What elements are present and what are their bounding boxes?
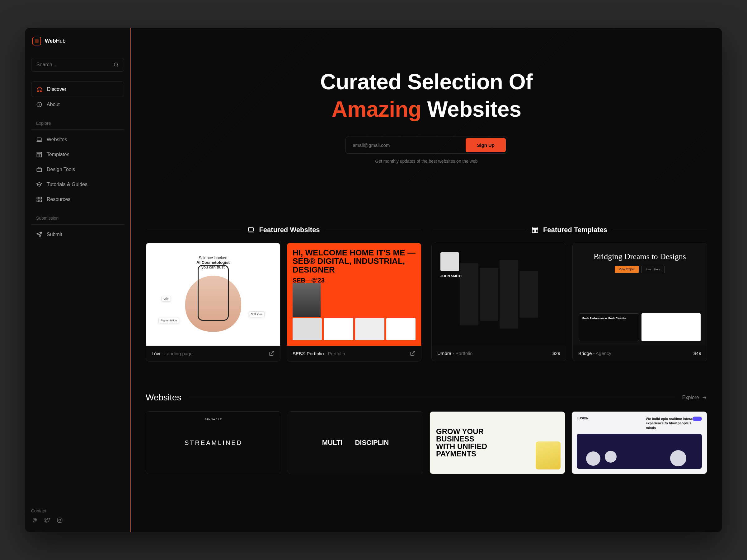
send-icon xyxy=(36,232,42,238)
external-link-icon[interactable] xyxy=(269,351,275,356)
svg-point-0 xyxy=(114,63,118,66)
logo[interactable]: WebHub xyxy=(31,37,124,46)
svg-rect-18 xyxy=(536,229,538,233)
template-icon xyxy=(36,152,42,158)
nav-design-tools[interactable]: Design Tools xyxy=(31,162,124,177)
svg-rect-3 xyxy=(37,153,42,153)
websites-grid: PINNACLE STREAMLINED MULTIDISCIPLIN GROW… xyxy=(146,411,707,474)
card-title: Lóvi xyxy=(152,351,160,356)
nav-label: Submit xyxy=(47,232,62,237)
svg-rect-2 xyxy=(37,138,41,141)
svg-point-13 xyxy=(59,519,61,522)
svg-point-14 xyxy=(61,518,61,519)
section-submission-label: Submission xyxy=(31,213,124,224)
sidebar: WebHub Discover About Explore Websites T… xyxy=(25,28,131,532)
card-seb[interactable]: HI, WELCOME HOME IT'S ME — SEB® DIGITAL,… xyxy=(287,243,421,362)
email-input[interactable] xyxy=(347,138,466,152)
card-bridge[interactable]: Bridging Dreams to Designs View ProjectL… xyxy=(572,243,707,361)
instagram-icon[interactable] xyxy=(57,517,63,523)
svg-rect-7 xyxy=(37,197,39,199)
card-title: SEB® Portfolio xyxy=(292,351,324,356)
card-thumbnail: HI, WELCOME HOME IT'S ME — SEB® DIGITAL,… xyxy=(287,243,421,346)
nav-resources[interactable]: Resources xyxy=(31,192,124,207)
svg-rect-10 xyxy=(40,200,42,202)
info-icon xyxy=(36,101,42,108)
mail-icon[interactable] xyxy=(32,517,38,523)
svg-rect-5 xyxy=(40,154,42,157)
svg-rect-17 xyxy=(532,229,535,233)
grid-card[interactable]: GROW YOUR BUSINESS WITH UNIFIED PAYMENTS xyxy=(430,411,565,474)
nav-label: Templates xyxy=(47,152,70,157)
hero-title: Curated Selection Of Amazing Websites xyxy=(146,69,707,123)
nav-label: Tutorials & Guides xyxy=(47,182,87,187)
section-title: Websites xyxy=(146,393,181,403)
section-title: Featured Websites xyxy=(259,226,320,234)
sidebar-footer: Contact xyxy=(31,506,124,523)
laptop-icon xyxy=(36,137,42,143)
card-thumbnail: MULTIDISCIPLIN xyxy=(288,411,423,474)
logo-text: WebHub xyxy=(45,38,66,44)
featured-row: Featured Websites Science-backedAI Cosme… xyxy=(146,226,707,362)
nav-templates[interactable]: Templates xyxy=(31,147,124,162)
twitter-icon[interactable] xyxy=(44,517,50,523)
svg-rect-4 xyxy=(37,154,39,157)
svg-rect-15 xyxy=(248,228,253,231)
search-field[interactable] xyxy=(36,62,113,68)
template-icon xyxy=(531,226,539,234)
grid-icon xyxy=(36,196,42,203)
svg-rect-8 xyxy=(40,197,42,199)
section-explore-label: Explore xyxy=(31,118,124,130)
contact-label: Contact xyxy=(31,506,124,517)
card-title: Umbra xyxy=(437,351,451,356)
card-sub: - Agency xyxy=(592,351,611,356)
svg-rect-16 xyxy=(532,227,538,229)
card-title: Bridge xyxy=(578,351,592,356)
card-sub: - Portfolio xyxy=(451,351,472,356)
card-sub: - Landing page xyxy=(160,351,193,356)
hero-subtitle: Get monthly updates of the best websites… xyxy=(146,159,707,164)
card-thumbnail: LUSION We build epic realtime interactiv… xyxy=(572,411,707,474)
card-thumbnail: JOHN SMITH xyxy=(432,243,566,346)
section-title: Featured Templates xyxy=(543,226,607,234)
graduation-icon xyxy=(36,181,42,188)
grid-card[interactable]: PINNACLE STREAMLINED xyxy=(146,411,281,474)
nav-about[interactable]: About xyxy=(31,97,124,112)
card-thumbnail: Science-backedAI Cosmetologistyou can tr… xyxy=(146,243,280,346)
nav-tutorials[interactable]: Tutorials & Guides xyxy=(31,177,124,192)
card-thumbnail: PINNACLE STREAMLINED xyxy=(146,411,281,474)
websites-section-header: Websites Explore xyxy=(146,393,707,403)
nav-label: Design Tools xyxy=(47,167,75,172)
nav-label: Resources xyxy=(47,196,70,202)
main-content: Curated Selection Of Amazing Websites Si… xyxy=(131,28,722,532)
card-price: $49 xyxy=(693,351,701,356)
svg-rect-9 xyxy=(37,200,39,202)
featured-templates: Featured Templates JOHN SMITH Umbra - Po… xyxy=(431,226,707,362)
signup-button[interactable]: Sign Up xyxy=(466,138,506,152)
nav-label: Websites xyxy=(47,137,67,142)
nav-discover[interactable]: Discover xyxy=(31,81,124,97)
card-umbra[interactable]: JOHN SMITH Umbra - Portfolio $29 xyxy=(431,243,566,361)
svg-rect-6 xyxy=(37,168,42,172)
search-icon xyxy=(113,62,119,68)
logo-mark-icon xyxy=(32,37,41,46)
nav-label: About xyxy=(47,102,60,107)
search-input[interactable] xyxy=(31,58,124,72)
grid-card[interactable]: MULTIDISCIPLIN xyxy=(288,411,423,474)
grid-card[interactable]: LUSION We build epic realtime interactiv… xyxy=(571,411,707,474)
arrow-right-icon xyxy=(701,395,707,400)
laptop-icon xyxy=(247,226,255,234)
app-window: WebHub Discover About Explore Websites T… xyxy=(25,28,722,532)
nav-label: Discover xyxy=(47,86,66,92)
hero: Curated Selection Of Amazing Websites Si… xyxy=(146,28,707,182)
briefcase-icon xyxy=(36,166,42,173)
external-link-icon[interactable] xyxy=(410,351,415,356)
card-price: $29 xyxy=(552,351,560,356)
card-thumbnail: GROW YOUR BUSINESS WITH UNIFIED PAYMENTS xyxy=(430,411,565,474)
card-sub: - Portfolio xyxy=(324,351,345,356)
card-lovi[interactable]: Science-backedAI Cosmetologistyou can tr… xyxy=(146,243,280,362)
card-thumbnail: Bridging Dreams to Designs View ProjectL… xyxy=(573,243,707,346)
nav-submit[interactable]: Submit xyxy=(31,227,124,242)
featured-websites: Featured Websites Science-backedAI Cosme… xyxy=(146,226,421,362)
nav-websites[interactable]: Websites xyxy=(31,132,124,147)
explore-link[interactable]: Explore xyxy=(682,395,707,400)
